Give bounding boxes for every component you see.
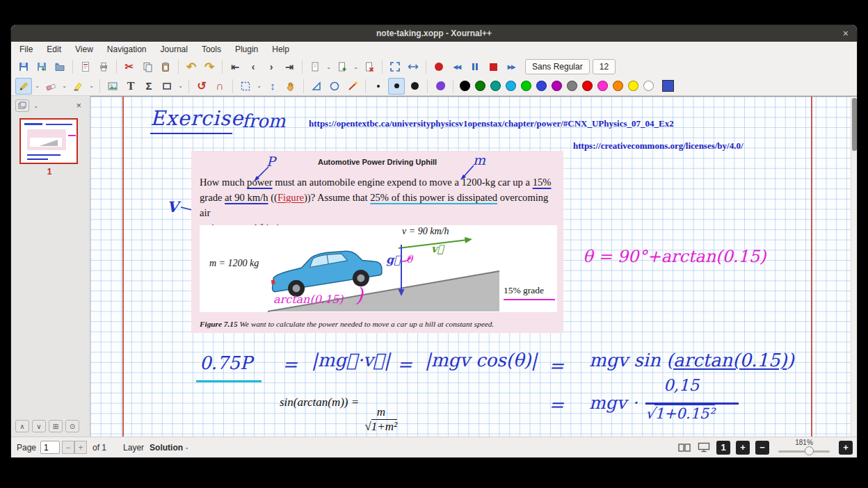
export-pdf-button[interactable] — [77, 58, 94, 75]
paste-button[interactable] — [157, 58, 174, 75]
menu-edit[interactable]: Edit — [47, 44, 61, 54]
thickness-medium-button[interactable] — [388, 78, 405, 95]
eraser-tool-button[interactable] — [42, 78, 59, 95]
goto-page-button[interactable] — [307, 58, 323, 75]
fill-toggle-button[interactable] — [432, 78, 449, 95]
color-swatch-green[interactable] — [521, 81, 531, 91]
save-as-button[interactable] — [33, 58, 50, 75]
color-swatch-yellow[interactable] — [628, 81, 638, 91]
highlighter-tool-button[interactable] — [70, 78, 86, 95]
shape-recognizer-button[interactable]: ↺ — [193, 78, 210, 95]
eraser-options-dropdown[interactable]: ⌄ — [61, 78, 68, 95]
license-url-link[interactable]: https://creativecommons.org/licenses/by/… — [573, 140, 744, 152]
document-canvas[interactable]: Exercise from https://opentextbc.ca/univ… — [90, 96, 857, 437]
color-swatch-red[interactable] — [582, 81, 593, 91]
color-swatch-teal[interactable] — [490, 81, 501, 91]
tex-tool-button[interactable]: Σ — [140, 78, 157, 95]
add-page-dropdown[interactable]: ⌄ — [352, 58, 360, 75]
forward-button[interactable]: ▶▶ — [503, 58, 520, 75]
last-page-button[interactable]: ⇥ — [281, 58, 298, 75]
zoom-out-button[interactable]: − — [755, 441, 769, 455]
first-page-button[interactable]: ⇤ — [227, 58, 243, 75]
font-size-button[interactable]: 12 — [593, 59, 616, 74]
select-options-dropdown[interactable]: ⌄ — [255, 78, 263, 95]
print-button[interactable] — [95, 58, 112, 75]
font-button[interactable]: Sans Regular — [525, 59, 590, 74]
cut-button[interactable]: ✂ — [121, 58, 138, 75]
page-thumbnail[interactable] — [19, 118, 78, 164]
pen-tool-button[interactable] — [15, 78, 32, 95]
color-swatch-magenta[interactable] — [597, 81, 608, 91]
color-swatch-blue[interactable] — [536, 81, 547, 91]
menu-journal[interactable]: Journal — [161, 44, 188, 54]
color-swatch-purple[interactable] — [552, 81, 562, 91]
layer-selector[interactable]: Solution — [150, 443, 183, 453]
zoom-fit-page-button[interactable]: + — [736, 441, 750, 455]
color-swatch-white[interactable] — [643, 81, 654, 91]
menu-file[interactable]: File — [19, 44, 33, 54]
zoom-slider[interactable] — [778, 446, 830, 457]
layer-dropdown[interactable]: ⌄ — [183, 441, 191, 454]
current-color-indicator[interactable] — [662, 80, 674, 92]
record-audio-button[interactable] — [431, 58, 447, 75]
menu-navigation[interactable]: Navigation — [107, 44, 147, 54]
pause-button[interactable] — [467, 58, 483, 75]
ruler-tool-button[interactable] — [308, 78, 325, 95]
menu-plugin[interactable]: Plugin — [235, 44, 258, 54]
vertical-space-tool-button[interactable]: ↕ — [264, 78, 281, 95]
zoom-fit-button[interactable] — [387, 58, 403, 75]
zoom-in-button[interactable]: + — [839, 441, 853, 455]
color-swatch-dark-green[interactable] — [475, 81, 485, 91]
image-tool-button[interactable] — [104, 78, 121, 95]
text-tool-button[interactable]: T — [122, 78, 139, 95]
page-decrement-button[interactable]: − — [62, 441, 74, 454]
thickness-fine-button[interactable] — [370, 78, 387, 95]
shape-tool-button[interactable] — [159, 78, 175, 95]
figure-link[interactable]: Figure — [278, 192, 304, 203]
source-url-link[interactable]: https://opentextbc.ca/universityphysicsv… — [309, 118, 674, 129]
select-rect-tool-button[interactable] — [237, 78, 254, 95]
window-close-button[interactable]: × — [843, 28, 849, 39]
titlebar[interactable]: note-taking.xopp - Xournal++ × — [11, 25, 857, 42]
color-swatch-black[interactable] — [460, 81, 470, 91]
undo-button[interactable]: ↶ — [183, 58, 200, 75]
page-increment-button[interactable]: + — [74, 441, 87, 454]
delete-page-button[interactable] — [361, 58, 378, 75]
sidebar-up-button[interactable]: ∧ — [15, 420, 29, 432]
hand-tool-button[interactable] — [282, 78, 299, 95]
preview-pane-dropdown[interactable]: ⌄ — [32, 99, 40, 112]
presentation-mode-button[interactable] — [697, 441, 711, 455]
redo-button[interactable]: ↷ — [201, 58, 218, 75]
pen-options-dropdown[interactable]: ⌄ — [33, 78, 41, 95]
zoom-original-button[interactable]: 1 — [716, 441, 730, 455]
thickness-thick-button[interactable] — [406, 78, 423, 95]
menu-view[interactable]: View — [75, 44, 93, 54]
ellipse-tool-button[interactable] — [326, 78, 343, 95]
menu-tools[interactable]: Tools — [202, 44, 221, 54]
stop-button[interactable] — [485, 58, 501, 75]
save-button[interactable] — [15, 58, 32, 75]
vertical-scrollbar[interactable] — [851, 97, 857, 437]
sidebar-focus-button[interactable]: ⊙ — [65, 420, 79, 432]
spline-tool-button[interactable] — [344, 78, 361, 95]
sidebar-duplicate-button[interactable]: ⊞ — [49, 420, 63, 432]
color-swatch-orange[interactable] — [613, 81, 623, 91]
page-number-input[interactable] — [40, 441, 60, 454]
color-swatch-gray[interactable] — [567, 81, 577, 91]
goto-page-dropdown[interactable]: ⌄ — [325, 58, 332, 75]
shape-options-dropdown[interactable]: ⌄ — [177, 78, 184, 95]
snap-button[interactable]: ∩ — [211, 78, 228, 95]
next-page-button[interactable]: › — [263, 58, 280, 75]
copy-button[interactable] — [139, 58, 156, 75]
preview-pane-close-button[interactable]: × — [76, 100, 81, 111]
menu-help[interactable]: Help — [272, 44, 289, 54]
sidebar-down-button[interactable]: ∨ — [32, 420, 46, 432]
add-page-button[interactable] — [334, 58, 351, 75]
preview-pane-menu-button[interactable] — [15, 99, 29, 112]
highlighter-options-dropdown[interactable]: ⌄ — [88, 78, 95, 95]
previous-page-button[interactable]: ‹ — [245, 58, 262, 75]
open-button[interactable] — [51, 58, 68, 75]
zoom-slider-thumb[interactable] — [805, 446, 814, 455]
dual-page-view-button[interactable] — [677, 441, 691, 455]
vertical-scrollbar-thumb[interactable] — [852, 98, 857, 151]
